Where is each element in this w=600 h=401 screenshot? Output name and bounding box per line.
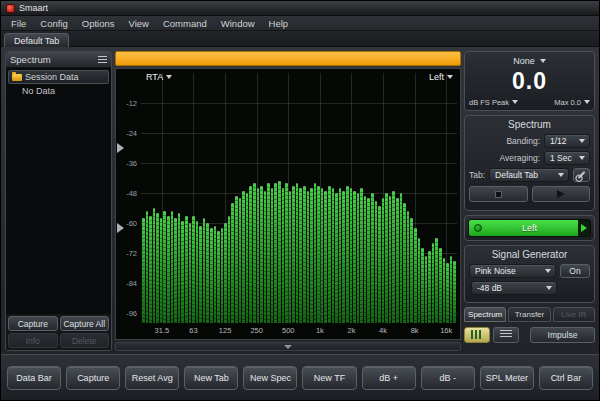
plot-channel-dropdown[interactable]: Left — [429, 72, 453, 82]
spl-meter-button[interactable]: SPL Meter — [480, 366, 534, 390]
db-minus-button[interactable]: dB - — [421, 366, 475, 390]
db-plus-button[interactable]: dB + — [362, 366, 416, 390]
play-button[interactable] — [532, 186, 591, 202]
info-button[interactable]: Info — [8, 333, 58, 348]
y-tick-label: -36 — [126, 159, 137, 168]
spectrum-bar — [167, 216, 170, 324]
tab-spectrum[interactable]: Spectrum — [464, 307, 506, 322]
reset-avg-button[interactable]: Reset Avg — [125, 366, 179, 390]
capture-button[interactable]: Capture — [8, 316, 58, 331]
ctrl-bar-button[interactable]: Ctrl Bar — [539, 366, 593, 390]
y-tick-label: -72 — [126, 249, 137, 258]
new-spec-button[interactable]: New Spec — [243, 366, 297, 390]
spectrum-bar — [360, 188, 363, 323]
spectrum-bar — [428, 251, 431, 324]
generator-level-dropdown[interactable]: -48 dB — [471, 281, 557, 295]
plot-mode-label: RTA — [146, 72, 163, 82]
spectrum-bar — [307, 191, 310, 324]
wrench-icon — [578, 171, 586, 179]
spectrum-bar — [453, 261, 456, 324]
averaging-row: Averaging: 1 Sec — [469, 151, 590, 165]
tab-transfer[interactable]: Transfer — [508, 307, 550, 322]
tab-select-dropdown[interactable]: Default Tab — [489, 168, 569, 182]
input-meter-track: Left — [468, 219, 591, 237]
spectrum-bar — [174, 218, 177, 323]
generator-on-button[interactable]: On — [560, 264, 590, 278]
spectrum-bar — [239, 198, 242, 323]
tab-live-ir[interactable]: Live IR — [553, 307, 595, 322]
meter-unit-dropdown[interactable]: dB FS Peak — [469, 98, 518, 107]
spectrum-bar — [317, 186, 320, 324]
threshold-marker[interactable] — [117, 223, 124, 233]
tab-default-tab[interactable]: Default Tab — [4, 33, 69, 47]
capture-bar-button[interactable]: Capture — [66, 366, 120, 390]
spectrum-bar — [439, 248, 442, 323]
generator-type-dropdown[interactable]: Pink Noise — [469, 264, 556, 278]
menu-config[interactable]: Config — [33, 18, 74, 29]
spectrum-bar — [421, 248, 424, 323]
menu-help[interactable]: Help — [262, 18, 296, 29]
spectrum-bar — [443, 258, 446, 323]
plot-resize-handle[interactable] — [115, 342, 461, 351]
x-tick-label: 1k — [316, 326, 324, 335]
data-bar-button[interactable]: Data Bar — [7, 366, 61, 390]
x-tick-label: 16k — [440, 326, 452, 335]
chevron-down-icon — [546, 286, 552, 290]
menu-file[interactable]: File — [4, 18, 33, 29]
threshold-marker[interactable] — [117, 143, 124, 153]
banding-dropdown[interactable]: 1/12 — [544, 134, 590, 148]
spectrum-bar — [149, 216, 152, 324]
spectrum-bar — [171, 211, 174, 324]
tree-item-label: Session Data — [25, 72, 79, 82]
panel-menu-icon[interactable] — [98, 56, 107, 63]
spectrum-bar — [321, 188, 324, 323]
banding-value: 1/12 — [550, 136, 567, 146]
plot-header-bar[interactable] — [115, 51, 461, 66]
new-tab-button[interactable]: New Tab — [184, 366, 238, 390]
spectrum-bar — [267, 183, 270, 323]
input-level-meter[interactable]: Left — [464, 215, 595, 241]
window-title: Smaart — [19, 3, 48, 13]
menu-command[interactable]: Command — [156, 18, 214, 29]
tree-item-no-data[interactable]: No Data — [8, 84, 109, 98]
spectrum-bar — [153, 208, 156, 323]
plot-mode-dropdown[interactable]: RTA — [146, 72, 172, 82]
tab-settings-button[interactable] — [573, 168, 590, 182]
spectrum-bar — [206, 223, 209, 323]
stop-button[interactable] — [469, 186, 528, 202]
view-tab-group: Spectrum Transfer Live IR — [464, 307, 595, 322]
menu-window[interactable]: Window — [214, 18, 262, 29]
lines-icon — [500, 330, 512, 339]
rta-view-button[interactable] — [464, 327, 490, 343]
spectrum-bar — [375, 201, 378, 324]
menu-options[interactable]: Options — [75, 18, 122, 29]
title-bar[interactable]: Smaart — [1, 1, 599, 16]
tab-row: Tab: Default Tab — [469, 168, 590, 182]
spectrum-bar — [332, 188, 335, 323]
x-tick-label: 500 — [282, 326, 295, 335]
chevron-down-icon — [166, 75, 172, 79]
folder-icon — [12, 74, 22, 81]
capture-button-group: Capture Capture All Info Delete — [6, 314, 111, 350]
meter-arrow-icon — [581, 224, 587, 232]
impulse-button[interactable]: Impulse — [530, 327, 595, 343]
delete-button[interactable]: Delete — [60, 333, 110, 348]
menu-view[interactable]: View — [122, 18, 156, 29]
bars-icon — [471, 330, 483, 339]
panel-title: Spectrum — [10, 54, 51, 65]
meter-source-dropdown[interactable]: None — [469, 54, 590, 67]
spectrograph-view-button[interactable] — [493, 327, 519, 343]
spectrum-bar — [178, 213, 181, 323]
control-panel: None 0.0 dB FS Peak Max 0.0 Spectrum Ban… — [464, 51, 595, 351]
x-tick-label: 2k — [347, 326, 355, 335]
new-tf-button[interactable]: New TF — [302, 366, 356, 390]
tree-item-session-data[interactable]: Session Data — [8, 70, 109, 84]
meter-max-dropdown[interactable]: Max 0.0 — [554, 98, 590, 107]
spectrum-bar — [235, 196, 238, 324]
plot-grid-area — [141, 73, 457, 323]
averaging-dropdown[interactable]: 1 Sec — [544, 151, 590, 165]
rta-plot[interactable]: RTA Left -12-24-36-48-60-72-84-96 31.563… — [115, 68, 461, 340]
capture-all-button[interactable]: Capture All — [60, 316, 110, 331]
session-tree[interactable]: Session Data No Data — [6, 68, 111, 314]
chevron-down-icon — [512, 100, 518, 104]
